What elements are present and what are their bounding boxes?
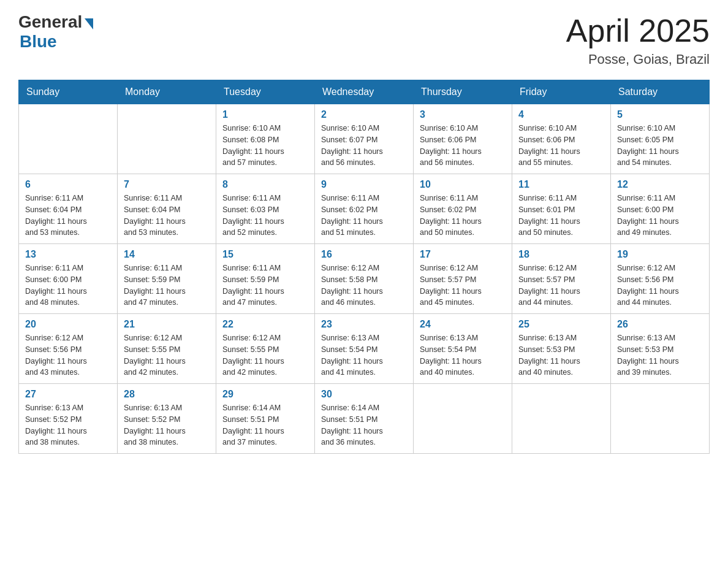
calendar-cell: 30Sunrise: 6:14 AM Sunset: 5:51 PM Dayli… (315, 384, 414, 454)
day-info: Sunrise: 6:11 AM Sunset: 6:01 PM Dayligh… (518, 193, 604, 239)
day-info: Sunrise: 6:11 AM Sunset: 6:02 PM Dayligh… (420, 193, 506, 239)
day-info: Sunrise: 6:11 AM Sunset: 6:00 PM Dayligh… (25, 262, 111, 308)
logo-blue-text: Blue (20, 32, 57, 52)
day-info: Sunrise: 6:11 AM Sunset: 5:59 PM Dayligh… (222, 262, 308, 308)
week-row-3: 13Sunrise: 6:11 AM Sunset: 6:00 PM Dayli… (19, 244, 710, 314)
calendar-cell: 20Sunrise: 6:12 AM Sunset: 5:56 PM Dayli… (19, 314, 118, 384)
calendar-cell: 5Sunrise: 6:10 AM Sunset: 6:05 PM Daylig… (611, 104, 710, 174)
day-info: Sunrise: 6:11 AM Sunset: 6:02 PM Dayligh… (321, 193, 407, 239)
day-info: Sunrise: 6:10 AM Sunset: 6:07 PM Dayligh… (321, 123, 407, 169)
day-info: Sunrise: 6:12 AM Sunset: 5:56 PM Dayligh… (25, 332, 111, 378)
calendar-cell: 17Sunrise: 6:12 AM Sunset: 5:57 PM Dayli… (414, 244, 512, 314)
day-info: Sunrise: 6:13 AM Sunset: 5:54 PM Dayligh… (420, 332, 506, 378)
day-number: 28 (124, 389, 210, 400)
calendar-cell: 25Sunrise: 6:13 AM Sunset: 5:53 PM Dayli… (512, 314, 611, 384)
calendar-cell (611, 384, 710, 454)
calendar-cell: 27Sunrise: 6:13 AM Sunset: 5:52 PM Dayli… (19, 384, 118, 454)
weekday-header-tuesday: Tuesday (216, 80, 315, 104)
day-info: Sunrise: 6:12 AM Sunset: 5:56 PM Dayligh… (617, 262, 703, 308)
weekday-header-wednesday: Wednesday (315, 80, 414, 104)
day-number: 1 (222, 109, 308, 120)
day-number: 16 (321, 249, 407, 260)
day-number: 12 (617, 179, 703, 190)
logo-general-text: General (18, 12, 82, 32)
day-info: Sunrise: 6:11 AM Sunset: 5:59 PM Dayligh… (124, 262, 210, 308)
day-number: 6 (25, 179, 111, 190)
day-number: 27 (25, 389, 111, 400)
day-info: Sunrise: 6:12 AM Sunset: 5:55 PM Dayligh… (222, 332, 308, 378)
page-header: General Blue April 2025 Posse, Goias, Br… (18, 12, 710, 67)
day-info: Sunrise: 6:11 AM Sunset: 6:04 PM Dayligh… (124, 193, 210, 239)
day-number: 3 (420, 109, 506, 120)
day-number: 14 (124, 249, 210, 260)
logo-arrow-icon (85, 18, 93, 29)
day-number: 15 (222, 249, 308, 260)
day-number: 17 (420, 249, 506, 260)
calendar-cell: 7Sunrise: 6:11 AM Sunset: 6:04 PM Daylig… (118, 174, 216, 244)
calendar-cell: 19Sunrise: 6:12 AM Sunset: 5:56 PM Dayli… (611, 244, 710, 314)
calendar-cell: 11Sunrise: 6:11 AM Sunset: 6:01 PM Dayli… (512, 174, 611, 244)
day-info: Sunrise: 6:12 AM Sunset: 5:58 PM Dayligh… (321, 262, 407, 308)
calendar-cell: 24Sunrise: 6:13 AM Sunset: 5:54 PM Dayli… (414, 314, 512, 384)
day-info: Sunrise: 6:10 AM Sunset: 6:06 PM Dayligh… (420, 123, 506, 169)
calendar-cell: 12Sunrise: 6:11 AM Sunset: 6:00 PM Dayli… (611, 174, 710, 244)
location-text: Posse, Goias, Brazil (566, 52, 710, 67)
weekday-header-sunday: Sunday (19, 80, 118, 104)
calendar-cell: 28Sunrise: 6:13 AM Sunset: 5:52 PM Dayli… (118, 384, 216, 454)
day-number: 4 (518, 109, 604, 120)
calendar-cell: 1Sunrise: 6:10 AM Sunset: 6:08 PM Daylig… (216, 104, 315, 174)
day-number: 30 (321, 389, 407, 400)
calendar-cell (118, 104, 216, 174)
calendar-cell: 15Sunrise: 6:11 AM Sunset: 5:59 PM Dayli… (216, 244, 315, 314)
month-title: April 2025 (566, 12, 710, 49)
calendar-cell: 21Sunrise: 6:12 AM Sunset: 5:55 PM Dayli… (118, 314, 216, 384)
day-info: Sunrise: 6:12 AM Sunset: 5:57 PM Dayligh… (420, 262, 506, 308)
week-row-1: 1Sunrise: 6:10 AM Sunset: 6:08 PM Daylig… (19, 104, 710, 174)
day-info: Sunrise: 6:11 AM Sunset: 6:04 PM Dayligh… (25, 193, 111, 239)
day-info: Sunrise: 6:12 AM Sunset: 5:55 PM Dayligh… (124, 332, 210, 378)
weekday-header-friday: Friday (512, 80, 611, 104)
day-number: 13 (25, 249, 111, 260)
day-info: Sunrise: 6:10 AM Sunset: 6:06 PM Dayligh… (518, 123, 604, 169)
day-info: Sunrise: 6:11 AM Sunset: 6:00 PM Dayligh… (617, 193, 703, 239)
week-row-2: 6Sunrise: 6:11 AM Sunset: 6:04 PM Daylig… (19, 174, 710, 244)
weekday-header-saturday: Saturday (611, 80, 710, 104)
day-number: 21 (124, 319, 210, 330)
day-info: Sunrise: 6:14 AM Sunset: 5:51 PM Dayligh… (321, 402, 407, 448)
day-number: 29 (222, 389, 308, 400)
day-number: 9 (321, 179, 407, 190)
day-info: Sunrise: 6:13 AM Sunset: 5:54 PM Dayligh… (321, 332, 407, 378)
weekday-header-thursday: Thursday (414, 80, 512, 104)
day-number: 10 (420, 179, 506, 190)
day-number: 22 (222, 319, 308, 330)
day-info: Sunrise: 6:13 AM Sunset: 5:52 PM Dayligh… (25, 402, 111, 448)
calendar-cell: 3Sunrise: 6:10 AM Sunset: 6:06 PM Daylig… (414, 104, 512, 174)
calendar-cell: 26Sunrise: 6:13 AM Sunset: 5:53 PM Dayli… (611, 314, 710, 384)
calendar-cell: 23Sunrise: 6:13 AM Sunset: 5:54 PM Dayli… (315, 314, 414, 384)
day-number: 2 (321, 109, 407, 120)
calendar-cell (19, 104, 118, 174)
title-area: April 2025 Posse, Goias, Brazil (566, 12, 710, 67)
day-info: Sunrise: 6:13 AM Sunset: 5:53 PM Dayligh… (518, 332, 604, 378)
calendar-cell (512, 384, 611, 454)
calendar-cell: 18Sunrise: 6:12 AM Sunset: 5:57 PM Dayli… (512, 244, 611, 314)
calendar-cell: 2Sunrise: 6:10 AM Sunset: 6:07 PM Daylig… (315, 104, 414, 174)
day-number: 26 (617, 319, 703, 330)
day-number: 24 (420, 319, 506, 330)
calendar-cell: 29Sunrise: 6:14 AM Sunset: 5:51 PM Dayli… (216, 384, 315, 454)
day-info: Sunrise: 6:10 AM Sunset: 6:05 PM Dayligh… (617, 123, 703, 169)
calendar-cell: 22Sunrise: 6:12 AM Sunset: 5:55 PM Dayli… (216, 314, 315, 384)
day-info: Sunrise: 6:10 AM Sunset: 6:08 PM Dayligh… (222, 123, 308, 169)
logo: General Blue (18, 12, 93, 52)
calendar-table: SundayMondayTuesdayWednesdayThursdayFrid… (18, 80, 710, 454)
weekday-header-row: SundayMondayTuesdayWednesdayThursdayFrid… (19, 80, 710, 104)
calendar-cell: 16Sunrise: 6:12 AM Sunset: 5:58 PM Dayli… (315, 244, 414, 314)
day-number: 5 (617, 109, 703, 120)
calendar-cell: 9Sunrise: 6:11 AM Sunset: 6:02 PM Daylig… (315, 174, 414, 244)
calendar-cell: 4Sunrise: 6:10 AM Sunset: 6:06 PM Daylig… (512, 104, 611, 174)
day-number: 8 (222, 179, 308, 190)
day-number: 19 (617, 249, 703, 260)
calendar-cell: 10Sunrise: 6:11 AM Sunset: 6:02 PM Dayli… (414, 174, 512, 244)
day-number: 11 (518, 179, 604, 190)
calendar-cell (414, 384, 512, 454)
